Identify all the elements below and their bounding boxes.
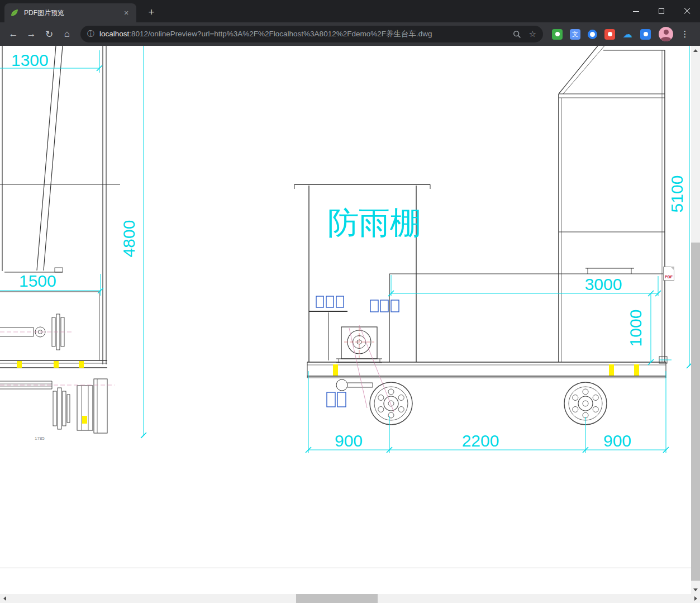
extension-icon-ring[interactable] — [588, 30, 597, 39]
url-text: localhost:8012/onlinePreview?url=http%3A… — [99, 29, 507, 39]
pdf-badge[interactable]: PDF — [663, 267, 674, 281]
wheels — [370, 382, 607, 425]
dim-900-right: 900 — [603, 431, 631, 450]
pdf-badge-fold — [670, 267, 674, 270]
reload-button[interactable]: ↻ — [41, 26, 58, 42]
cloud-extension-icon[interactable]: ☁ — [622, 29, 633, 40]
browser-tab[interactable]: PDF图片预览 ✕ — [4, 3, 136, 22]
dim-2200: 2200 — [462, 431, 499, 450]
close-button[interactable] — [674, 0, 700, 22]
right-structure-geometry — [559, 46, 665, 362]
extension-glyph — [644, 32, 648, 36]
dwg-preview-canvas: 1300 4800 1500 5100 3000 1000 900 2200 9… — [0, 46, 700, 594]
maximize-button[interactable] — [649, 0, 674, 22]
translate-extension-icon[interactable]: 文 — [570, 29, 580, 40]
browser-menu-icon[interactable]: ⋮ — [680, 29, 690, 39]
url-bar[interactable]: ⓘ localhost:8012/onlinePreview?url=http%… — [80, 26, 543, 42]
left-view-geometry — [0, 46, 120, 433]
small-note-text: 1785 — [35, 436, 45, 441]
dim-1500: 1500 — [19, 272, 56, 290]
omnibox-actions: ☆ — [513, 29, 536, 39]
zoom-icon[interactable] — [513, 30, 521, 39]
extension-glyph — [608, 32, 612, 36]
close-icon — [684, 8, 691, 15]
window-controls — [623, 0, 700, 22]
extension-icon-green[interactable] — [552, 29, 563, 40]
home-button[interactable]: ⌂ — [59, 26, 75, 42]
new-tab-button[interactable]: + — [144, 5, 159, 20]
horizontal-scrollbar[interactable] — [0, 594, 700, 603]
minimize-icon — [633, 11, 639, 12]
browser-window: PDF图片预览 ✕ + ← → ↻ ⌂ ⓘ localhost:8012/onl… — [0, 0, 700, 603]
browser-toolbar: ← → ↻ ⌂ ⓘ localhost:8012/onlinePreview?u… — [0, 22, 700, 46]
pdf-badge-label: PDF — [665, 275, 673, 279]
page-info-icon[interactable]: ⓘ — [87, 29, 94, 39]
dim-3000: 3000 — [585, 275, 622, 293]
url-host: localhost — [99, 30, 129, 38]
dim-5100: 5100 — [668, 175, 686, 213]
spring-leaf-favicon — [10, 8, 19, 17]
profile-avatar[interactable] — [659, 27, 673, 41]
bookmark-star-icon[interactable]: ☆ — [529, 29, 536, 39]
vertical-scroll-thumb[interactable] — [691, 243, 700, 581]
dimension-labels: 1300 4800 1500 5100 3000 1000 900 2200 9… — [11, 51, 686, 450]
dim-1000: 1000 — [626, 310, 645, 347]
extension-icon-red[interactable] — [604, 29, 615, 40]
tab-title: PDF图片预览 — [24, 8, 122, 18]
extension-icon-blue[interactable] — [640, 29, 651, 40]
back-button[interactable]: ← — [5, 26, 22, 42]
scroll-left-arrow[interactable] — [0, 594, 9, 603]
dim-4800: 4800 — [120, 220, 138, 258]
vertical-scrollbar[interactable] — [691, 46, 700, 594]
dim-1300: 1300 — [11, 51, 49, 69]
url-path: :8012/onlinePreview?url=http%3A%2F%2Floc… — [129, 30, 432, 38]
rain-shelter-label: 防雨棚 — [327, 205, 421, 240]
maximize-icon — [659, 8, 664, 14]
extensions-area: 文 ☁ — [552, 29, 651, 40]
cad-drawing: 1300 4800 1500 5100 3000 1000 900 2200 9… — [0, 46, 691, 594]
extension-glyph — [555, 32, 560, 36]
minimize-button[interactable] — [623, 0, 649, 22]
dim-900-left: 900 — [335, 431, 363, 450]
tab-strip: PDF图片预览 ✕ + — [0, 0, 700, 22]
tab-close-icon[interactable]: ✕ — [122, 10, 131, 17]
scroll-down-arrow[interactable] — [691, 585, 700, 594]
horizontal-scroll-thumb[interactable] — [296, 594, 378, 603]
scroll-up-arrow[interactable] — [691, 46, 700, 55]
avatar-figure — [664, 30, 669, 35]
forward-button[interactable]: → — [23, 26, 40, 42]
scroll-right-arrow[interactable] — [691, 594, 700, 603]
